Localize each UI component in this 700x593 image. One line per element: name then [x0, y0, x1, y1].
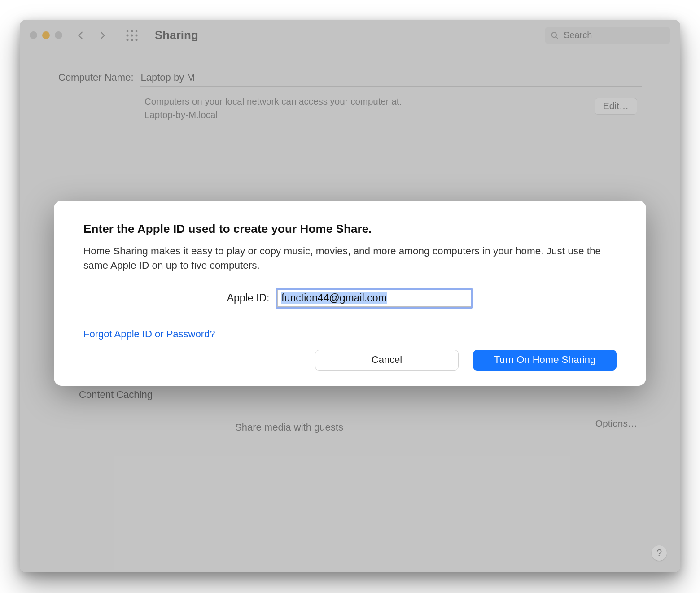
zoom-window-button[interactable] [55, 31, 62, 39]
computer-access-text: Computers on your local network can acce… [144, 95, 486, 108]
nav-arrows [76, 31, 107, 40]
svg-point-6 [127, 39, 129, 41]
turn-on-home-sharing-button[interactable]: Turn On Home Sharing [473, 350, 617, 371]
svg-point-7 [131, 39, 133, 41]
edit-hostname-button[interactable]: Edit… [595, 98, 637, 115]
apple-id-label: Apple ID: [227, 292, 270, 304]
minimize-window-button[interactable] [42, 31, 50, 39]
help-button[interactable]: ? [652, 545, 667, 561]
share-media-guests-label: Share media with guests [235, 422, 343, 433]
dialog-heading: Enter the Apple ID used to create your H… [83, 222, 617, 236]
computer-name-field[interactable] [140, 69, 642, 87]
sidebar-item-content-caching[interactable]: Content Caching [58, 385, 153, 405]
computer-hostname: Laptop-by-M.local [144, 108, 486, 122]
apple-id-input[interactable] [277, 290, 471, 307]
search-input[interactable] [564, 30, 665, 40]
back-icon[interactable] [76, 31, 86, 40]
media-options-button[interactable]: Options… [595, 418, 637, 429]
cancel-button[interactable]: Cancel [315, 350, 459, 371]
search-field[interactable] [545, 27, 670, 44]
home-sharing-dialog: Enter the Apple ID used to create your H… [54, 201, 646, 386]
titlebar: Sharing [20, 20, 680, 51]
svg-point-1 [131, 30, 133, 32]
dialog-description: Home Sharing makes it easy to play or co… [83, 244, 617, 273]
svg-point-2 [136, 30, 138, 32]
preferences-window: Sharing Computer Name: Computers on your… [20, 20, 680, 572]
svg-point-4 [131, 34, 133, 36]
show-all-icon[interactable] [125, 29, 139, 42]
forgot-apple-id-link[interactable]: Forgot Apple ID or Password? [83, 328, 215, 340]
computer-name-label: Computer Name: [58, 72, 134, 83]
apple-id-field-wrap [276, 288, 473, 309]
svg-point-0 [127, 30, 129, 32]
svg-line-10 [556, 36, 558, 38]
close-window-button[interactable] [30, 31, 37, 39]
svg-point-8 [136, 39, 138, 41]
forward-icon[interactable] [97, 31, 107, 40]
search-icon [550, 31, 559, 40]
content-area: Computer Name: Computers on your local n… [20, 51, 680, 121]
svg-point-5 [136, 34, 138, 36]
window-controls [30, 31, 62, 39]
window-title: Sharing [155, 28, 198, 42]
svg-point-3 [127, 34, 129, 36]
